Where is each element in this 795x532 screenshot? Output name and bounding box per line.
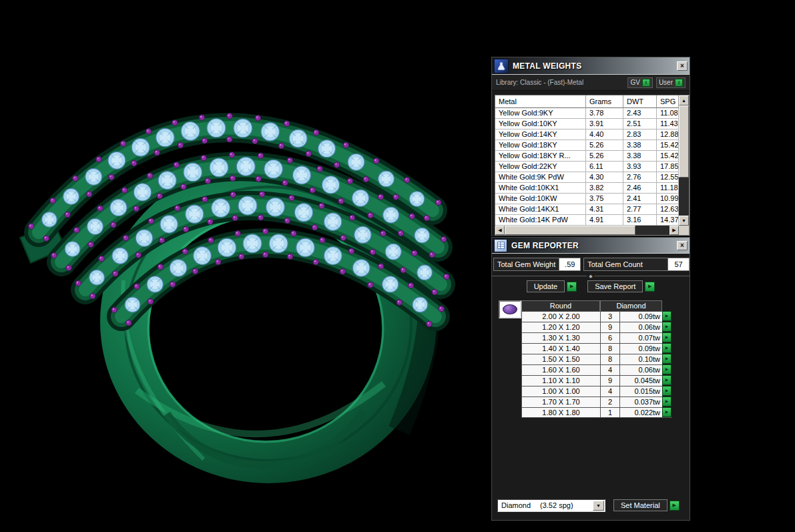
gem-cell-size: 1.30 X 1.30 (521, 332, 600, 343)
gem-row-go-icon[interactable]: ▶ (662, 407, 672, 417)
metal-table-row[interactable]: White Gold:14KX14.312.7712.63 (495, 204, 679, 215)
metal-cell-dwt: 3.38 (623, 140, 657, 151)
gem-table-row[interactable]: 1.60 X 1.6040.06tw▶ (521, 364, 672, 375)
gem-row-go-icon[interactable]: ▶ (662, 375, 672, 385)
save-report-button[interactable]: Save Report (587, 280, 643, 292)
gem-cell-size: 1.80 X 1.80 (521, 407, 600, 418)
gem-cell-weight: 0.022tw (619, 407, 662, 418)
update-go-icon[interactable]: ▶ (567, 282, 577, 292)
metal-table-row[interactable]: Yellow Gold:14KY4.402.8312.88 (495, 129, 679, 140)
gem-row-go-icon[interactable]: ▶ (662, 311, 672, 321)
metal-cell-dwt: 2.77 (623, 204, 657, 215)
metal-vertical-scrollbar[interactable]: ▲ ▼ (679, 95, 689, 226)
gem-cell-size: 1.60 X 1.60 (521, 364, 600, 375)
gem-reporter-titlebar[interactable]: GEM REPORTER × (492, 238, 690, 254)
metal-cell-spg: 12.88 (657, 129, 679, 140)
metal-cell-dwt: 2.41 (623, 194, 657, 204)
update-button[interactable]: Update (527, 280, 565, 292)
gem-row-go-icon[interactable]: ▶ (662, 396, 672, 407)
metal-cell-grams: 3.78 (586, 108, 623, 119)
shape-header: Round (521, 300, 600, 311)
gem-cell-count: 4 (600, 386, 619, 396)
divider-marker-icon: ◆ (587, 273, 594, 279)
metal-table-row[interactable]: Yellow Gold:22KY6.113.9317.85 (495, 162, 679, 172)
metal-table-row[interactable]: White Gold:10KW3.752.4110.99 (495, 194, 679, 204)
metal-cell-grams: 4.91 (586, 215, 623, 226)
gem-reporter-close-icon[interactable]: × (677, 241, 688, 250)
metal-table-row[interactable]: White Gold:10KX13.822.4611.18 (495, 183, 679, 194)
metal-library-bar: Library: Classic - (Fast)-Metal GV i Use… (492, 75, 690, 91)
gem-table-row[interactable]: 1.40 X 1.4080.09tw▶ (521, 343, 672, 354)
vertical-scroll-thumb[interactable] (679, 105, 689, 178)
metal-cell-grams: 3.82 (586, 183, 623, 194)
gem-reporter-panel: GEM REPORTER × Total Gem Weight .59 Tota… (491, 237, 690, 521)
metal-table-row[interactable]: Yellow Gold:10KY3.912.5111.43 (495, 119, 679, 129)
gem-row-go-icon[interactable]: ▶ (662, 332, 672, 342)
metal-cell-metal: Yellow Gold:18KY R... (495, 151, 586, 162)
metal-table-body: Yellow Gold:9KY3.782.4311.08Yellow Gold:… (495, 108, 679, 226)
gem-row-go-icon[interactable]: ▶ (662, 322, 672, 332)
material-header: Diamond (600, 300, 662, 311)
gem-row-go-icon[interactable]: ▶ (662, 364, 672, 374)
material-dropdown[interactable]: Diamond (3.52 spg) ▼ (497, 499, 605, 512)
gv-toggle[interactable]: GV i (627, 77, 652, 88)
gem-table-row[interactable]: 1.00 X 1.0040.015tw▶ (521, 386, 672, 396)
gem-table-row[interactable]: 1.10 X 1.1090.045tw▶ (521, 375, 672, 386)
gem-row-go-icon[interactable]: ▶ (662, 354, 672, 364)
total-gem-count-field[interactable]: 57 (668, 258, 690, 271)
metal-cell-metal: Yellow Gold:22KY (495, 162, 586, 172)
gem-table-row[interactable]: 1.70 X 1.7020.037tw▶ (521, 396, 672, 407)
scroll-left-icon[interactable]: ◀ (495, 226, 505, 235)
gem-cell-size: 1.50 X 1.50 (521, 354, 600, 364)
gem-cell-count: 1 (600, 407, 619, 418)
metal-horizontal-scrollbar[interactable]: ◀ ▶ (495, 226, 679, 235)
gem-cell-weight: 0.06tw (619, 322, 662, 332)
scroll-right-icon[interactable]: ▶ (670, 226, 679, 235)
metal-cell-grams: 5.26 (586, 151, 623, 162)
metal-cell-metal: White Gold:14K PdW (495, 215, 586, 226)
metal-cell-dwt: 3.16 (623, 215, 657, 226)
metal-cell-dwt: 2.76 (623, 172, 657, 183)
round-gem-thumbnail (503, 304, 517, 314)
dropdown-arrow-icon[interactable]: ▼ (593, 501, 604, 511)
scroll-up-icon[interactable]: ▲ (679, 95, 689, 105)
metal-cell-dwt: 3.93 (623, 162, 657, 172)
horizontal-scroll-thumb[interactable] (505, 226, 635, 235)
metal-cell-spg: 11.18 (657, 183, 679, 194)
gem-cell-weight: 0.045tw (619, 375, 662, 386)
set-material-go-icon[interactable]: ▶ (670, 501, 680, 511)
metal-cell-spg: 10.99 (657, 194, 679, 204)
gem-table-row[interactable]: 1.20 X 1.2090.06tw▶ (521, 322, 672, 332)
metal-table-row[interactable]: Yellow Gold:9KY3.782.4311.08 (495, 108, 679, 119)
scrollbar-corner (679, 226, 689, 235)
save-report-go-icon[interactable]: ▶ (645, 282, 655, 292)
gem-row-go-icon[interactable]: ▶ (662, 343, 672, 353)
metal-cell-metal: Yellow Gold:18KY (495, 140, 586, 151)
metal-cell-spg: 11.43 (657, 119, 679, 129)
metal-cell-grams: 4.40 (586, 129, 623, 140)
set-material-button[interactable]: Set Material (613, 499, 668, 511)
gem-table-row[interactable]: 1.80 X 1.8010.022tw▶ (521, 407, 672, 418)
metal-weights-close-icon[interactable]: × (677, 61, 688, 71)
viewport-3d[interactable] (0, 0, 491, 532)
metal-cell-dwt: 2.46 (623, 183, 657, 194)
gem-table-row[interactable]: 1.50 X 1.5080.10tw▶ (521, 354, 672, 364)
gem-cell-weight: 0.037tw (619, 396, 662, 407)
library-label: Library: Classic - (Fast)-Metal (496, 79, 583, 86)
gem-table-row[interactable]: 1.30 X 1.3060.07tw▶ (521, 332, 672, 343)
scroll-down-icon[interactable]: ▼ (679, 216, 689, 226)
metal-cell-spg: 14.37 (657, 215, 679, 226)
metal-cell-spg: 15.42 (657, 151, 679, 162)
user-indicator-icon: i (675, 79, 683, 87)
gem-table-row[interactable]: 2.00 X 2.0030.09tw▶ (521, 311, 672, 322)
metal-table-row[interactable]: Yellow Gold:18KY5.263.3815.42 (495, 140, 679, 151)
gem-row-go-icon[interactable]: ▶ (662, 386, 672, 396)
metal-weights-titlebar[interactable]: METAL WEIGHTS × (492, 57, 690, 75)
metal-table-row[interactable]: White Gold:14K PdW4.913.1614.37 (495, 215, 679, 226)
metal-cell-grams: 3.91 (586, 119, 623, 129)
total-gem-weight-field[interactable]: .59 (559, 258, 581, 271)
metal-table-row[interactable]: Yellow Gold:18KY R...5.263.3815.42 (495, 151, 679, 162)
user-toggle[interactable]: User i (656, 77, 686, 88)
gem-cell-weight: 0.10tw (619, 354, 662, 364)
metal-table-row[interactable]: White Gold:9K PdW4.302.7612.55 (495, 172, 679, 183)
